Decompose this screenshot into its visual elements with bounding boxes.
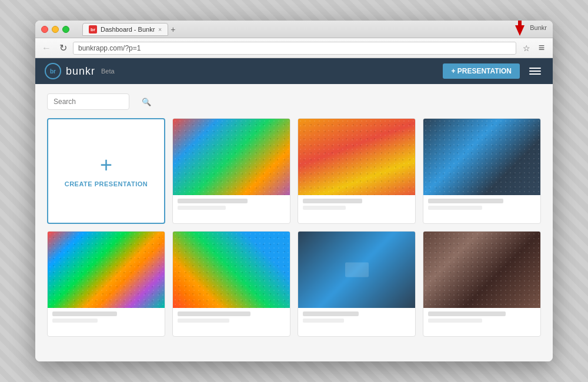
new-presentation-button[interactable]: + PRESENTATION [443, 63, 520, 79]
nav-icons-right: ☆ ≡ [520, 42, 548, 55]
app-header: br bunkr Beta + PRESENTATION [35, 58, 553, 84]
pixel-overlay [173, 119, 290, 195]
card-2-info [298, 195, 415, 223]
card-6-subtitle [303, 319, 344, 323]
browser-window: br Dashboard - Bunkr × + Bunkr ← ↻ [35, 21, 553, 361]
browser-tab[interactable]: br Dashboard - Bunkr × [82, 23, 168, 36]
tab-bar: br Dashboard - Bunkr × + [82, 23, 175, 36]
pixel-overlay [48, 232, 165, 308]
top-right-label: Bunkr [530, 24, 547, 31]
logo-icon: br [45, 63, 61, 79]
tab-close-icon[interactable]: × [158, 26, 162, 33]
traffic-lights [41, 26, 69, 33]
menu-icon[interactable]: ≡ [535, 42, 548, 55]
card-4-info [48, 308, 165, 336]
card-7-subtitle [428, 319, 482, 323]
search-input[interactable] [54, 98, 142, 106]
bookmark-icon[interactable]: ☆ [520, 42, 533, 55]
card-7-thumbnail [423, 232, 540, 308]
annotation-arrow [512, 21, 528, 41]
new-presentation-label: + PRESENTATION [451, 67, 512, 75]
desktop-background: br Dashboard - Bunkr × + Bunkr ← ↻ [0, 0, 588, 382]
presentation-card-4[interactable] [47, 231, 165, 337]
card-5-subtitle [178, 319, 229, 323]
card-4-title [52, 311, 117, 316]
address-bar[interactable]: bunkrapp.com/?p=1 [73, 42, 516, 55]
create-plus-icon: + [100, 155, 112, 176]
logo-area: br bunkr Beta [45, 63, 115, 79]
card-4-subtitle [52, 319, 98, 323]
card-1-subtitle [178, 206, 226, 210]
logo-text: bunkr [66, 65, 95, 78]
hamburger-menu-button[interactable] [527, 65, 543, 77]
search-icon: 🔍 [142, 98, 151, 106]
main-content: 🔍 + CREATE PRESENTATION [35, 84, 553, 361]
svg-rect-1 [518, 21, 522, 28]
new-tab-button[interactable]: + [171, 25, 175, 34]
hamburger-line-3 [529, 73, 541, 75]
search-input-wrapper[interactable]: 🔍 [47, 93, 129, 110]
card-1-title [178, 199, 248, 203]
card-3-title [428, 199, 503, 203]
card-3-info [423, 195, 540, 223]
nav-bar: ← ↻ bunkrapp.com/?p=1 ☆ ≡ [35, 38, 553, 58]
card-5-info [173, 308, 290, 336]
presentation-card-7[interactable] [423, 231, 541, 337]
hamburger-line-2 [529, 71, 541, 72]
presentation-card-1[interactable] [172, 118, 290, 224]
presentation-card-3[interactable] [423, 118, 541, 224]
presentation-card-6[interactable] [298, 231, 416, 337]
pixel-overlay [173, 232, 290, 308]
svg-marker-0 [515, 25, 524, 36]
card-2-title [303, 199, 362, 203]
pixel-overlay [423, 232, 540, 308]
create-label: CREATE PRESENTATION [65, 180, 148, 187]
pixel-overlay [298, 119, 415, 195]
tab-favicon: br [89, 25, 97, 33]
card-1-info [173, 195, 290, 223]
card-7-title [428, 311, 506, 316]
card-6-title [303, 311, 359, 316]
hamburger-line-1 [529, 68, 541, 69]
tab-label: Dashboard - Bunkr [101, 26, 155, 33]
maximize-button[interactable] [62, 26, 69, 33]
beta-badge: Beta [101, 68, 115, 75]
card-6-info [298, 308, 415, 336]
minimize-button[interactable] [52, 26, 59, 33]
pixel-overlay [423, 119, 540, 195]
card-1-thumbnail [173, 119, 290, 195]
card-3-subtitle [428, 206, 482, 210]
card-5-thumbnail [173, 232, 290, 308]
refresh-button[interactable]: ↻ [56, 42, 69, 55]
presentation-card-2[interactable] [298, 118, 416, 224]
card-2-thumbnail [298, 119, 415, 195]
card-5-title [178, 311, 250, 316]
close-button[interactable] [41, 26, 48, 33]
title-bar: br Dashboard - Bunkr × + Bunkr [35, 21, 553, 38]
card-3-thumbnail [423, 119, 540, 195]
search-bar-container: 🔍 [47, 93, 541, 110]
presentation-card-5[interactable] [172, 231, 290, 337]
url-text: bunkrapp.com/?p=1 [78, 44, 141, 52]
presentation-grid: + CREATE PRESENTATION [47, 118, 541, 337]
card-6-thumbnail [298, 232, 415, 308]
create-presentation-card[interactable]: + CREATE PRESENTATION [47, 118, 165, 224]
back-button[interactable]: ← [40, 42, 53, 55]
card-7-info [423, 308, 540, 336]
card-4-thumbnail [48, 232, 165, 308]
card-2-subtitle [303, 206, 346, 210]
